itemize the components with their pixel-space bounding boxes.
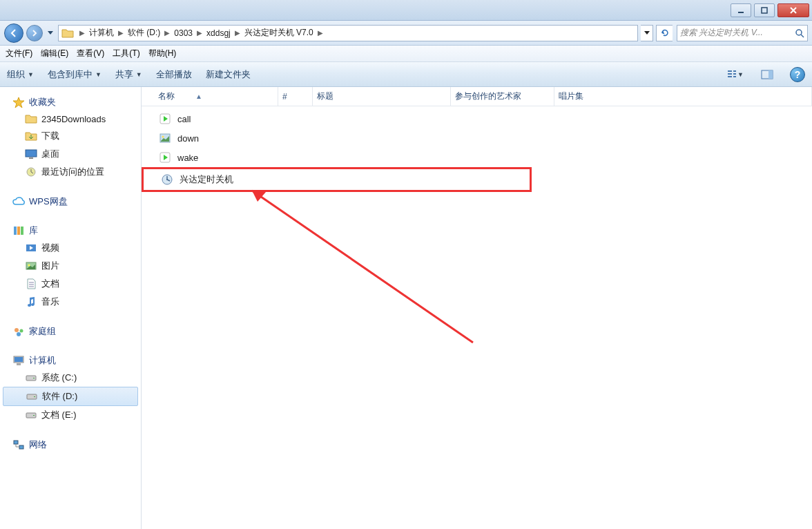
close-button[interactable] <box>777 3 809 17</box>
media-file-icon <box>158 113 172 125</box>
breadcrumb-item[interactable]: 计算机 <box>88 27 115 39</box>
sidebar-item-drive-e[interactable]: 文档 (E:) <box>0 406 141 424</box>
column-label: 参与创作的艺术家 <box>455 90 521 102</box>
svg-rect-31 <box>17 363 21 365</box>
file-name: call <box>177 114 191 124</box>
favorites-group: 收藏夹 2345Downloads 下载 桌面 最近访问的位置 <box>0 94 141 181</box>
file-item-highlighted[interactable]: 兴达定时关机 <box>142 167 532 192</box>
sidebar-item-downloads[interactable]: 下载 <box>0 127 141 145</box>
organize-button[interactable]: 组织 ▼ <box>7 68 34 81</box>
breadcrumb-sep-icon: ▶ <box>232 29 243 37</box>
wps-group: WPS网盘 <box>0 193 141 210</box>
forward-button[interactable] <box>26 25 43 41</box>
sidebar-item-label: 桌面 <box>41 148 59 160</box>
network-label: 网络 <box>29 439 47 451</box>
column-title[interactable]: 标题 <box>313 87 451 106</box>
svg-rect-11 <box>733 76 736 77</box>
sidebar-item-label: 系统 (C:) <box>41 372 77 384</box>
column-album[interactable]: 唱片集 <box>554 87 812 106</box>
sidebar-item-label: 音乐 <box>41 296 59 308</box>
address-bar[interactable]: ▶ 计算机 ▶ 软件 (D:) ▶ 0303 ▶ xddsgj ▶ 兴达定时关机… <box>58 25 638 41</box>
svg-line-5 <box>801 35 804 37</box>
file-list: call down wake 兴达定时关机 <box>142 106 812 192</box>
svg-line-46 <box>252 191 473 343</box>
svg-rect-6 <box>728 70 732 72</box>
library-icon <box>12 225 25 236</box>
homegroup-group: 家庭组 <box>0 323 141 340</box>
breadcrumb-item[interactable]: 兴达定时关机 V7.0 <box>243 27 315 39</box>
search-input[interactable]: 搜索 兴达定时关机 V... <box>677 25 808 41</box>
file-name: wake <box>177 153 198 163</box>
column-artist[interactable]: 参与创作的艺术家 <box>451 87 554 106</box>
breadcrumb-item[interactable]: 0303 <box>173 28 194 38</box>
column-label: # <box>282 92 287 102</box>
menu-edit[interactable]: 编辑(E) <box>41 48 68 59</box>
file-item[interactable]: down <box>142 128 812 148</box>
svg-rect-14 <box>26 150 37 157</box>
homegroup-icon <box>12 326 25 337</box>
newfolder-button[interactable]: 新建文件夹 <box>206 68 251 81</box>
refresh-button[interactable] <box>656 25 673 41</box>
view-options-button[interactable]: ▼ <box>726 67 744 82</box>
favorites-header[interactable]: 收藏夹 <box>0 94 141 110</box>
annotation-arrow <box>238 177 487 356</box>
column-name[interactable]: 名称 ▲ <box>154 87 278 106</box>
media-file-icon <box>158 151 172 164</box>
svg-point-42 <box>162 136 164 138</box>
network-header[interactable]: 网络 <box>0 436 141 453</box>
sidebar-item-videos[interactable]: 视频 <box>0 239 141 257</box>
file-item[interactable]: wake <box>142 148 812 167</box>
command-bar: 组织 ▼ 包含到库中 ▼ 共享 ▼ 全部播放 新建文件夹 ▼ ? <box>0 62 812 87</box>
chevron-down-icon: ▼ <box>95 71 102 78</box>
menu-tools[interactable]: 工具(T) <box>113 48 139 59</box>
menu-help[interactable]: 帮助(H) <box>148 48 177 59</box>
network-icon <box>12 439 25 450</box>
breadcrumb-item[interactable]: xddsgj <box>205 28 232 38</box>
sidebar-item-music[interactable]: 音乐 <box>0 293 141 311</box>
libraries-header[interactable]: 库 <box>0 222 141 239</box>
preview-pane-button[interactable] <box>758 67 776 82</box>
titlebar <box>0 0 812 21</box>
maximize-button[interactable] <box>754 3 775 17</box>
desktop-icon <box>25 148 37 160</box>
svg-rect-1 <box>762 8 767 13</box>
breadcrumb-sep-icon: ▶ <box>77 29 88 37</box>
svg-rect-33 <box>33 378 35 378</box>
sidebar-item-documents[interactable]: 文档 <box>0 275 141 293</box>
sidebar-item-pictures[interactable]: 图片 <box>0 257 141 275</box>
sidebar-item-drive-c[interactable]: 系统 (C:) <box>0 369 141 387</box>
sidebar-item-desktop[interactable]: 桌面 <box>0 145 141 163</box>
homegroup-header[interactable]: 家庭组 <box>0 323 141 340</box>
sidebar-item-2345downloads[interactable]: 2345Downloads <box>0 110 141 127</box>
computer-header[interactable]: 计算机 <box>0 352 141 369</box>
column-number[interactable]: # <box>278 87 313 106</box>
minimize-button[interactable] <box>731 3 751 17</box>
sidebar-item-recent[interactable]: 最近访问的位置 <box>0 163 141 181</box>
file-item[interactable]: call <box>142 109 812 128</box>
sidebar-item-label: 2345Downloads <box>41 114 106 124</box>
content-area: 收藏夹 2345Downloads 下载 桌面 最近访问的位置 WP <box>0 87 812 529</box>
folder-icon <box>61 28 74 39</box>
computer-icon <box>12 355 25 366</box>
svg-rect-8 <box>728 76 732 77</box>
computer-group: 计算机 系统 (C:) 软件 (D:) 文档 (E:) <box>0 352 141 424</box>
address-dropdown[interactable] <box>641 25 653 41</box>
back-button[interactable] <box>4 23 23 43</box>
help-button[interactable]: ? <box>790 67 805 82</box>
svg-rect-39 <box>19 445 23 449</box>
nav-history-dropdown[interactable] <box>46 31 55 35</box>
recent-icon <box>25 166 37 177</box>
include-library-button[interactable]: 包含到库中 ▼ <box>48 68 102 81</box>
network-group: 网络 <box>0 436 141 453</box>
sidebar-item-label: 图片 <box>41 260 59 272</box>
share-button[interactable]: 共享 ▼ <box>115 68 142 81</box>
playall-button[interactable]: 全部播放 <box>156 68 192 81</box>
breadcrumb-item[interactable]: 软件 (D:) <box>126 27 162 39</box>
column-label: 名称 <box>158 90 175 102</box>
menu-view[interactable]: 查看(V) <box>77 48 104 59</box>
wps-header[interactable]: WPS网盘 <box>0 193 141 210</box>
libraries-label: 库 <box>29 224 38 237</box>
libraries-group: 库 视频 图片 文档 音乐 <box>0 222 141 311</box>
sidebar-item-drive-d[interactable]: 软件 (D:) <box>3 387 138 406</box>
menu-file[interactable]: 文件(F) <box>6 48 32 59</box>
